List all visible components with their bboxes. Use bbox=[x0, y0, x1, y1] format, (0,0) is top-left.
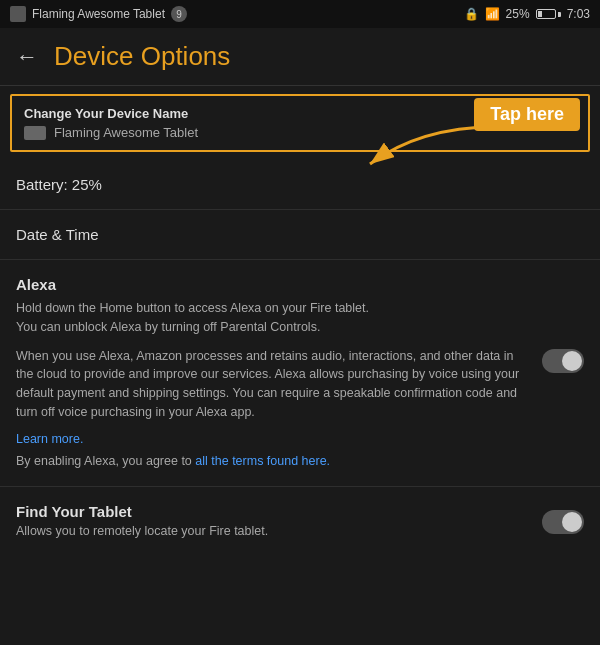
app-icon bbox=[10, 6, 26, 22]
find-tablet-desc: Allows you to remotely locate your Fire … bbox=[16, 524, 268, 538]
battery-section[interactable]: Battery: 25% bbox=[0, 160, 600, 210]
find-tablet-left: Find Your Tablet Allows you to remotely … bbox=[16, 503, 268, 538]
status-bar: Flaming Awesome Tablet 9 🔒 📶 25% 7:03 bbox=[0, 0, 600, 28]
toggle-knob bbox=[562, 351, 582, 371]
back-button[interactable]: ← bbox=[16, 44, 38, 70]
tap-annotation: Tap here bbox=[474, 98, 580, 135]
notification-badge: 9 bbox=[171, 6, 187, 22]
datetime-label: Date & Time bbox=[16, 226, 584, 243]
header: ← Device Options bbox=[0, 28, 600, 86]
find-tablet-toggle[interactable] bbox=[542, 510, 584, 534]
alexa-toggle[interactable] bbox=[542, 349, 584, 373]
status-right: 🔒 📶 25% 7:03 bbox=[464, 7, 590, 21]
learn-more-link[interactable]: Learn more. bbox=[16, 432, 83, 446]
terms-line: By enabling Alexa, you agree to all the … bbox=[16, 452, 584, 471]
app-name: Flaming Awesome Tablet bbox=[32, 7, 165, 21]
terms-prefix: By enabling Alexa, you agree to bbox=[16, 454, 195, 468]
device-icon bbox=[24, 126, 46, 140]
device-name-value: Flaming Awesome Tablet bbox=[54, 125, 198, 140]
learn-more-line: Learn more. bbox=[16, 432, 584, 446]
datetime-section[interactable]: Date & Time bbox=[0, 210, 600, 260]
alexa-section: Alexa Hold down the Home button to acces… bbox=[0, 260, 600, 487]
alexa-title: Alexa bbox=[16, 276, 584, 293]
lock-icon: 🔒 bbox=[464, 7, 479, 21]
terms-link[interactable]: all the terms found here. bbox=[195, 454, 330, 468]
battery-percent: 25% bbox=[506, 7, 530, 21]
alexa-desc2: When you use Alexa, Amazon processes and… bbox=[16, 347, 530, 422]
battery-label: Battery: 25% bbox=[16, 176, 584, 193]
tap-here-label: Tap here bbox=[474, 98, 580, 131]
battery-icon bbox=[536, 9, 561, 19]
time: 7:03 bbox=[567, 7, 590, 21]
content-area: Tap here Change Your Device Name Flaming… bbox=[0, 86, 600, 645]
find-tablet-title: Find Your Tablet bbox=[16, 503, 268, 520]
status-left: Flaming Awesome Tablet 9 bbox=[10, 6, 187, 22]
page-title: Device Options bbox=[54, 41, 230, 72]
alexa-desc2-block: When you use Alexa, Amazon processes and… bbox=[16, 347, 584, 422]
wifi-icon: 📶 bbox=[485, 7, 500, 21]
alexa-desc1: Hold down the Home button to access Alex… bbox=[16, 299, 584, 337]
find-tablet-section: Find Your Tablet Allows you to remotely … bbox=[0, 487, 600, 554]
find-tablet-toggle-knob bbox=[562, 512, 582, 532]
